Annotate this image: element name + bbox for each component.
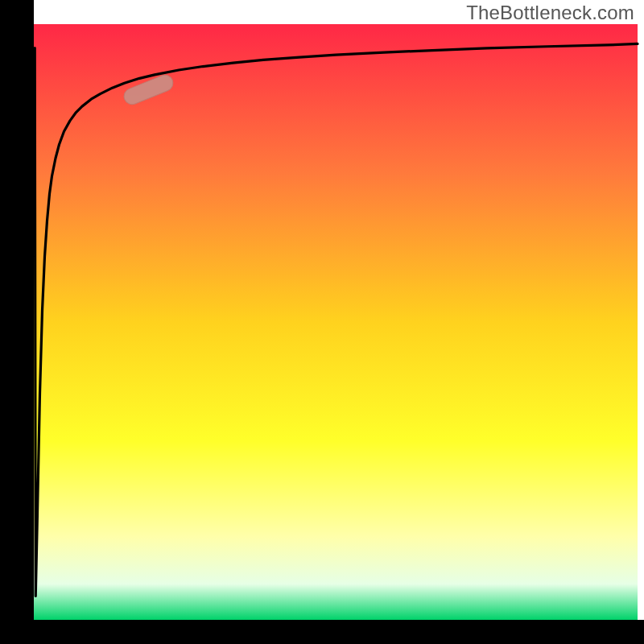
watermark-text: TheBottleneck.com	[466, 2, 634, 24]
axis-corner	[0, 0, 34, 24]
x-axis-bar	[0, 620, 644, 644]
chart-container: TheBottleneck.com	[0, 0, 644, 644]
plot-background	[34, 24, 638, 620]
chart-svg	[0, 0, 644, 644]
y-axis-bar	[0, 24, 34, 620]
